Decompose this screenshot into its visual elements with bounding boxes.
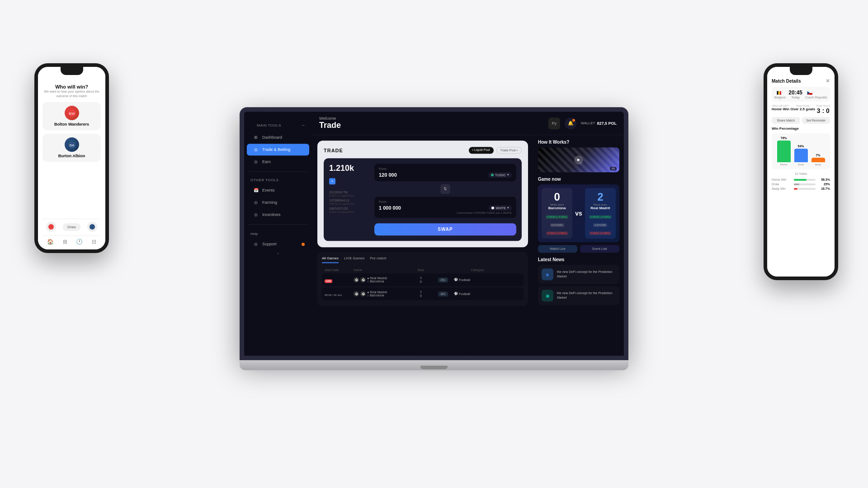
sidebar-item-incentives[interactable]: ◎ Incentives: [247, 209, 309, 221]
latest-news-section: Latest News ◈ the new DeFi concept for t…: [538, 257, 619, 307]
sidebar-item-trade[interactable]: ◎ Trade & Betting: [247, 144, 309, 155]
topbar-bell[interactable]: 🔔: [565, 117, 576, 129]
lp-team1-card[interactable]: BW Bolton Wanderers: [42, 102, 101, 130]
watch-live-button[interactable]: Watch Live: [538, 245, 577, 253]
game-buttons: Watch Live Event Link: [538, 245, 619, 253]
game-bets-1: 1 0: [410, 276, 432, 283]
tab-live-games[interactable]: LIVE Games: [344, 256, 364, 263]
right-panel: How It Works? ▶ 01 Game now: [533, 135, 624, 356]
trade-amount: 1.210k: [329, 164, 354, 173]
rp-close-btn[interactable]: ✕: [826, 78, 830, 84]
svg-point-5: [90, 224, 95, 230]
swap-arrow[interactable]: ⇅: [440, 184, 450, 194]
topbar-title: Trade: [319, 121, 341, 130]
rp-votes: 12 Votes: [772, 172, 830, 175]
to-currency-badge[interactable]: WHITE ▾: [489, 205, 512, 211]
event-link-button[interactable]: Event Link: [580, 245, 619, 253]
game-bets-2: 1 0: [410, 290, 432, 297]
sidebar-divider-1: [249, 171, 307, 172]
rp-match-row: 🇧🇪 Belgium 20:45 Today 🇨🇿 Czech Republic: [772, 87, 830, 102]
play-button[interactable]: ▶: [574, 155, 583, 164]
col-start-date: Start Date: [325, 268, 352, 272]
latest-news-title: Latest News: [538, 257, 619, 262]
progress-row-home: Home Win 58.3%: [772, 178, 830, 181]
how-works-title: How It Works?: [538, 140, 619, 145]
sidebar-item-label: Dashboard: [262, 135, 282, 140]
games-table-header: Start Date Game Bets Category: [322, 267, 524, 273]
from-value[interactable]: 120 000: [379, 172, 397, 178]
sidebar: Main Tools ← ⊞ Dashboard ◎ Trade & Betti…: [244, 112, 312, 356]
swap-button[interactable]: SWAP: [374, 223, 516, 235]
team1-name: ● Real Madrid: [367, 277, 387, 280]
progress-label-home: Home Win: [772, 178, 792, 181]
rp-final-score: Final Score 3 : 0: [816, 104, 830, 114]
news-icon-symbol-1: ◈: [546, 272, 549, 277]
nav-home-icon[interactable]: 🏠: [47, 239, 54, 245]
rp-win-chart: 79% Home 54% draw 7% away: [772, 133, 830, 169]
category-1: ⚽ Football: [454, 278, 521, 282]
white-team-score: 0: [544, 191, 570, 203]
set-reminder-btn[interactable]: Set Reminder: [802, 117, 830, 124]
nav-menu-icon[interactable]: ⊟: [92, 239, 96, 245]
rp-title: Match Details: [772, 79, 801, 84]
topbar-avatar[interactable]: Py: [548, 117, 560, 129]
team2-name-left: Burton Albion: [58, 154, 85, 158]
game-now-section: Game now 0 White team Barcelona 0.8538 (…: [538, 177, 619, 253]
draw-bar-fill: [794, 149, 808, 162]
stat-red-2: 0.5504 (-6.88%): [589, 231, 611, 235]
events-icon: 📅: [253, 188, 259, 193]
table-row[interactable]: LIVE ⚽ ⚽ ● Real Madrid ○ Barcelona: [322, 273, 524, 286]
sidebar-item-dashboard[interactable]: ⊞ Dashboard: [247, 131, 309, 143]
sidebar-item-farming[interactable]: ◎ Farming: [247, 197, 309, 208]
sub-amount-2: 137988944.11: [329, 199, 370, 202]
right-phone-inner: Match Details ✕ 🇧🇪 Belgium 20:45 Today 🇨…: [767, 67, 835, 277]
tab-liquid-pool[interactable]: • Liquid Pool: [469, 147, 494, 154]
tab-trade-pool[interactable]: Trade Pool •: [496, 147, 522, 154]
trade-card-label: TRADE: [324, 148, 343, 153]
sidebar-item-label: Earn: [262, 160, 271, 164]
sidebar-item-earn[interactable]: ◎ Earn: [247, 156, 309, 168]
from-currency: TUSDC: [495, 174, 506, 177]
rp-country2: Czech Republic: [805, 96, 827, 99]
tab-all-games[interactable]: All Games: [322, 256, 339, 263]
help-label: Help: [244, 228, 312, 238]
rp-time-main: 20:45: [788, 89, 802, 96]
news-item-2[interactable]: ◉ the new DeFi concept for the Predictio…: [538, 286, 619, 305]
wallet-label: WALLET: [581, 121, 595, 125]
trade-card: TRADE • Liquid Pool Trade Pool •: [317, 141, 528, 247]
main-tools-section: Main Tools ←: [244, 119, 312, 131]
from-currency-badge[interactable]: TUSDC ▾: [488, 172, 512, 178]
white-team-stats: 0.8538 (+4.99%) 0.671063 0.5504 (-6.88%): [544, 211, 570, 236]
game-time-1: LIVE: [325, 276, 352, 284]
lp-nav: 🏠 ⊞ 🕐 ⊟: [42, 235, 101, 245]
blue-team-block: 2 Black team Real Madrit 0.8538 (+4.99%)…: [585, 188, 616, 239]
svg-point-4: [48, 224, 54, 230]
nav-clock-icon[interactable]: 🕐: [76, 239, 83, 245]
from-input-row: 120 000 TUSDC ▾: [379, 172, 512, 178]
sidebar-item-events[interactable]: 📅 Events: [247, 184, 309, 196]
topbar-title-section: Welcome Trade: [319, 116, 341, 130]
share-match-btn[interactable]: Share Match: [772, 117, 800, 124]
lp-team2-card[interactable]: BA Burton Albion: [42, 134, 101, 162]
tusdc-dot: [491, 174, 494, 176]
sidebar-item-support[interactable]: ◎ Support: [247, 238, 309, 250]
progress-bar-outer-draw: [794, 183, 816, 185]
to-value[interactable]: 1 000 000: [379, 205, 401, 211]
lp-question-section: Who will win? We want to hear your opini…: [42, 80, 101, 99]
how-works-image[interactable]: ▶ 01: [538, 147, 619, 172]
topbar-welcome: Welcome: [319, 116, 341, 121]
trade-card-header: TRADE • Liquid Pool Trade Pool •: [324, 147, 522, 154]
tab-pre-match[interactable]: Pre match: [370, 256, 386, 263]
news-item-1[interactable]: ◈ the new DeFi concept for the Predictio…: [538, 265, 619, 284]
bets-badge-1: 261: [434, 277, 452, 282]
draw-btn[interactable]: Draw: [63, 223, 80, 231]
football-icon-1: ⚽: [454, 278, 458, 282]
draw-bar: 54% draw: [794, 145, 808, 166]
nav-grid-icon[interactable]: ⊞: [63, 239, 67, 245]
news-icon-2: ◉: [542, 290, 553, 301]
white-team-block: 0 White team Barcelona 0.8538 (+4.99%) 0…: [542, 188, 572, 239]
away-bar-label: away: [815, 163, 821, 166]
col-category: Category: [434, 268, 521, 272]
sidebar-collapse-btn[interactable]: ←: [302, 123, 306, 127]
table-row[interactable]: 09:30 / 16 Jun ⚽ ⚽ ● Real Madrid ○ Barce…: [322, 287, 524, 300]
